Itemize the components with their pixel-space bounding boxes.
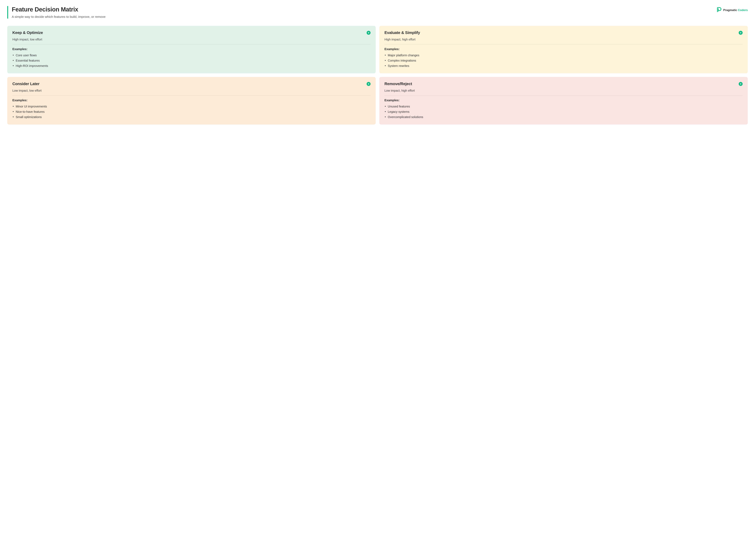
examples-label: Examples:	[384, 47, 742, 51]
list-item: Unused features	[384, 104, 742, 109]
examples-label: Examples:	[13, 99, 371, 102]
card-header: Consider Later	[13, 81, 371, 86]
page-subtitle: A simple way to decide which features to…	[12, 15, 105, 19]
plus-icon[interactable]	[739, 31, 742, 35]
examples-list: Unused features Legacy systems Overcompl…	[384, 104, 742, 120]
quadrant-evaluate-simplify: Evaluate & Simplify High impact, high ef…	[379, 26, 748, 73]
list-item: Nice-to-have features	[13, 109, 371, 115]
examples-label: Examples:	[13, 47, 371, 51]
quadrant-consider-later: Consider Later Low impact, low effort Ex…	[7, 77, 376, 124]
list-item: Overcomplicated solutions	[384, 115, 742, 120]
quadrant-keep-optimize: Keep & Optimize High impact, low effort …	[7, 26, 376, 73]
matrix-grid: Keep & Optimize High impact, low effort …	[7, 26, 748, 124]
card-title: Evaluate & Simplify	[384, 31, 420, 35]
card-title: Remove/Reject	[384, 81, 412, 86]
list-item: System rewrites	[384, 63, 742, 68]
examples-label: Examples:	[384, 99, 742, 102]
card-header: Keep & Optimize	[13, 31, 371, 35]
brand-text: Pragmatic Coders	[723, 8, 748, 12]
card-title: Consider Later	[13, 81, 39, 86]
card-subtitle: High impact, high effort	[384, 38, 742, 44]
list-item: Minor UI improvements	[13, 104, 371, 109]
list-item: Legacy systems	[384, 109, 742, 115]
list-item: Small optimizations	[13, 115, 371, 120]
title-block: Feature Decision Matrix A simple way to …	[7, 6, 105, 19]
brand-logo: Pragmatic Coders	[716, 7, 748, 13]
card-title: Keep & Optimize	[13, 31, 43, 35]
list-item: Essential features	[13, 58, 371, 63]
list-item: Complex integrations	[384, 58, 742, 63]
examples-list: Core user flows Essential features High-…	[13, 53, 371, 68]
brand-mark-icon	[716, 7, 722, 13]
card-subtitle: Low impact, low effort	[13, 89, 371, 96]
card-subtitle: Low impact, high effort	[384, 89, 742, 96]
plus-icon[interactable]	[366, 82, 371, 86]
header: Feature Decision Matrix A simple way to …	[7, 6, 748, 19]
examples-list: Minor UI improvements Nice-to-have featu…	[13, 104, 371, 120]
card-header: Remove/Reject	[384, 81, 742, 86]
list-item: Core user flows	[13, 53, 371, 58]
plus-icon[interactable]	[739, 82, 742, 86]
page-title: Feature Decision Matrix	[12, 6, 105, 13]
list-item: High-ROI improvements	[13, 63, 371, 68]
card-subtitle: High impact, low effort	[13, 38, 371, 44]
brand-word-coders: Coders	[738, 8, 748, 12]
list-item: Major platform changes	[384, 53, 742, 58]
quadrant-remove-reject: Remove/Reject Low impact, high effort Ex…	[379, 77, 748, 124]
card-header: Evaluate & Simplify	[384, 31, 742, 35]
plus-icon[interactable]	[366, 31, 371, 35]
examples-list: Major platform changes Complex integrati…	[384, 53, 742, 68]
brand-word-pragmatic: Pragmatic	[723, 8, 737, 12]
